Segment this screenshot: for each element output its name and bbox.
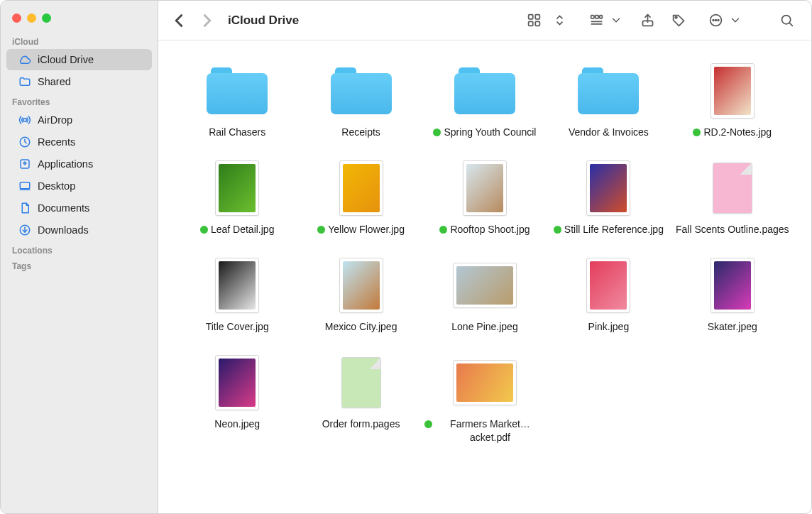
more-actions-button[interactable] — [703, 10, 742, 31]
file-item[interactable]: Mexico City.jpeg — [299, 255, 422, 334]
file-browser-area[interactable]: Rail ChasersReceiptsSpring Youth Council… — [158, 40, 811, 513]
file-label: Neon.jpeg — [214, 417, 260, 431]
svg-point-21 — [718, 20, 719, 21]
file-item[interactable]: Fall Scents Outline.pages — [671, 158, 794, 236]
tag-dot-green — [554, 226, 561, 234]
file-label: Pink.jpeg — [588, 320, 630, 334]
file-thumbnail — [578, 158, 639, 219]
svg-rect-8 — [535, 15, 539, 19]
group-by-control[interactable] — [584, 10, 622, 31]
sidebar-item-label: Recents — [38, 136, 75, 148]
file-item[interactable]: Vendor & Invoices — [547, 60, 670, 139]
file-thumbnail — [207, 255, 268, 316]
svg-rect-13 — [599, 16, 602, 18]
folder-icon — [18, 75, 32, 89]
clock-icon — [18, 135, 32, 149]
sidebar-item-shared[interactable]: Shared — [6, 71, 152, 92]
file-item[interactable]: Order form.pages — [299, 352, 422, 444]
file-label: Farmers Market…acket.pdf — [435, 417, 545, 444]
sidebar-section-title: iCloud — [1, 33, 158, 48]
file-item[interactable]: Skater.jpeg — [671, 255, 794, 334]
file-thumbnail — [702, 60, 763, 121]
file-thumbnail — [454, 255, 515, 316]
file-label: Yellow Flower.jpg — [328, 223, 405, 236]
file-thumbnail — [207, 352, 268, 413]
file-label: Mexico City.jpeg — [325, 320, 397, 334]
file-item[interactable]: Rooftop Shoot.jpg — [423, 158, 547, 236]
svg-point-17 — [675, 16, 677, 18]
nav-forward-button[interactable] — [197, 10, 218, 31]
svg-rect-10 — [535, 21, 539, 26]
file-item[interactable]: Title Cover.jpg — [175, 255, 299, 334]
desktop-icon — [18, 179, 32, 193]
svg-rect-7 — [528, 15, 532, 19]
file-item[interactable]: Receipts — [299, 60, 422, 139]
zoom-window-button[interactable] — [42, 13, 51, 23]
file-item[interactable]: Pink.jpeg — [547, 255, 670, 334]
view-mode-control[interactable] — [522, 10, 571, 31]
sidebar-item-airdrop[interactable]: AirDrop — [6, 109, 152, 131]
close-window-button[interactable] — [12, 13, 21, 23]
chevron-down-icon — [729, 10, 742, 31]
file-label: Rail Chasers — [209, 126, 265, 139]
file-thumbnail — [702, 158, 763, 219]
sidebar-item-label: Downloads — [38, 224, 89, 236]
ellipsis-circle-icon — [703, 10, 728, 31]
file-item[interactable]: Spring Youth Council — [423, 60, 547, 139]
sidebar-item-label: Applications — [38, 158, 93, 170]
sidebar-item-icloud-drive[interactable]: iCloud Drive — [6, 49, 152, 70]
doc-icon — [18, 201, 32, 215]
file-thumbnail — [454, 158, 515, 219]
file-item[interactable]: Yellow Flower.jpg — [299, 158, 422, 236]
file-label: Lone Pine.jpeg — [451, 320, 517, 334]
svg-point-0 — [23, 119, 27, 122]
file-item[interactable]: RD.2-Notes.jpg — [671, 60, 794, 139]
tag-dot-green — [433, 128, 441, 136]
share-button[interactable] — [635, 10, 659, 31]
file-label: Rooftop Shoot.jpg — [450, 223, 530, 236]
svg-rect-12 — [595, 16, 598, 18]
file-label: Title Cover.jpg — [206, 320, 269, 334]
sidebar-item-documents[interactable]: Documents — [6, 197, 152, 219]
download-icon — [18, 223, 32, 237]
svg-rect-3 — [20, 182, 30, 189]
folder-icon — [454, 60, 515, 121]
tag-dot-green — [424, 420, 432, 428]
file-label: Vendor & Invoices — [569, 126, 649, 139]
sidebar-item-label: Documents — [38, 202, 89, 214]
sidebar-item-recents[interactable]: Recents — [6, 131, 152, 153]
file-item[interactable]: Lone Pine.jpeg — [423, 255, 547, 334]
sidebar-item-downloads[interactable]: Downloads — [6, 219, 152, 241]
file-item[interactable]: Farmers Market…acket.pdf — [423, 352, 547, 444]
file-thumbnail — [578, 255, 639, 316]
file-item[interactable]: Neon.jpeg — [175, 352, 299, 444]
window-controls — [1, 8, 158, 33]
apps-icon — [18, 157, 32, 171]
sidebar-section-title: Tags — [1, 257, 158, 273]
icon-view-icon — [522, 10, 546, 31]
sidebar-item-label: Desktop — [38, 180, 75, 192]
file-item[interactable]: Rail Chasers — [175, 60, 299, 139]
file-item[interactable]: Leaf Detail.jpg — [175, 158, 299, 236]
sidebar-section-title: Favorites — [1, 93, 158, 109]
tag-dot-green — [200, 226, 208, 234]
file-label: Fall Scents Outline.pages — [676, 223, 789, 236]
file-label: Spring Youth Council — [444, 126, 536, 139]
file-label: Receipts — [341, 126, 380, 139]
sidebar-item-desktop[interactable]: Desktop — [6, 175, 152, 197]
updown-chevron-icon — [547, 10, 571, 31]
sidebar: iCloudiCloud DriveSharedFavoritesAirDrop… — [1, 1, 158, 513]
file-label: Skater.jpeg — [708, 320, 757, 334]
tags-button[interactable] — [666, 10, 691, 31]
sidebar-item-applications[interactable]: Applications — [6, 153, 152, 175]
file-thumbnail — [331, 158, 392, 219]
tag-dot-green — [439, 226, 447, 234]
sidebar-item-label: AirDrop — [38, 114, 72, 126]
folder-icon — [331, 60, 392, 121]
file-label: Order form.pages — [322, 417, 400, 431]
cloud-icon — [18, 53, 32, 67]
file-item[interactable]: Still Life Reference.jpg — [547, 158, 670, 236]
nav-back-button[interactable] — [168, 10, 190, 31]
search-button[interactable] — [774, 10, 799, 31]
minimize-window-button[interactable] — [27, 13, 36, 23]
